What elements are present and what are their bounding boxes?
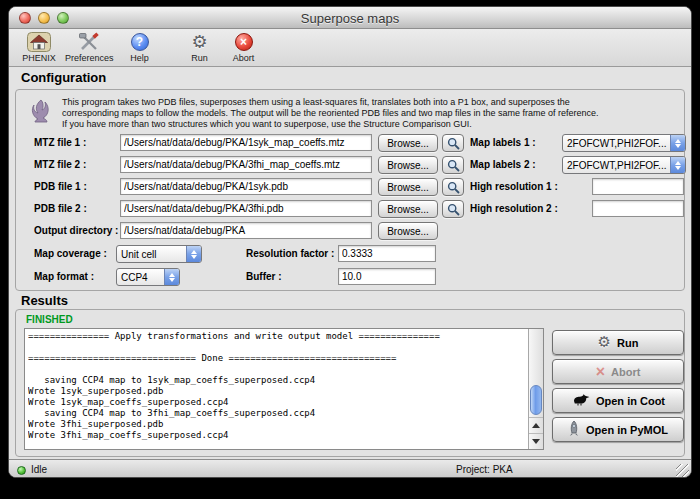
mtz-file-1-label: MTZ file 1 : xyxy=(34,134,86,152)
abort-icon: × xyxy=(235,31,253,52)
log-line: Wrote 1syk_superposed.pdb xyxy=(28,386,525,397)
buffer-label: Buffer : xyxy=(246,268,282,286)
output-directory-label: Output directory : xyxy=(34,222,118,240)
magnifier-icon xyxy=(447,203,460,216)
mtz-file-2-input[interactable] xyxy=(120,156,372,173)
magnifier-icon xyxy=(447,181,460,194)
results-groupbox: FINISHED =============== Apply transform… xyxy=(15,309,685,457)
open-in-pymol-button[interactable]: Open in PyMOL xyxy=(552,417,684,442)
toolbar-abort-button[interactable]: × Abort xyxy=(226,31,262,63)
map-coverage-value: Unit cell xyxy=(117,249,186,260)
log-line: =============== Apply transformations an… xyxy=(28,331,525,342)
map-format-select[interactable]: CCP4 xyxy=(116,268,180,286)
popup-arrows-icon xyxy=(670,135,685,151)
map-labels-1-label: Map labels 1 : xyxy=(470,134,536,152)
log-line: saving CCP4 map to 1syk_map_coeffs_super… xyxy=(28,375,525,386)
log-line: =============================== Done ===… xyxy=(28,353,525,364)
map-coverage-label: Map coverage : xyxy=(34,245,107,263)
log-console-text: =============== Apply transformations an… xyxy=(28,331,525,447)
mtz-file-1-search-icon-button[interactable] xyxy=(442,134,464,152)
toolbar-phenix-button[interactable]: PHENIX xyxy=(21,31,57,63)
scrollbar-thumb[interactable] xyxy=(530,385,542,415)
buffer-input[interactable] xyxy=(338,268,436,285)
toolbar-run-label: Run xyxy=(191,53,208,63)
configuration-heading: Configuration xyxy=(21,70,106,85)
mtz-file-2-browse-button[interactable]: Browse... xyxy=(378,156,438,174)
log-line xyxy=(28,364,525,375)
log-line: Wrote 3fhi_superposed.pdb xyxy=(28,419,525,430)
abort-button[interactable]: × Abort xyxy=(552,359,684,384)
log-console[interactable]: =============== Apply transformations an… xyxy=(24,328,544,450)
coot-bird-icon xyxy=(571,393,590,408)
map-labels-1-value: 2FOFCWT,PHI2FOF... xyxy=(563,138,670,149)
pdb-file-2-browse-button[interactable]: Browse... xyxy=(378,200,438,218)
pdb-file-1-browse-button[interactable]: Browse... xyxy=(378,178,438,196)
pymol-rocket-icon xyxy=(568,421,580,439)
map-format-value: CCP4 xyxy=(117,272,164,283)
abort-x-icon: × xyxy=(596,364,605,380)
mtz-file-1-browse-button[interactable]: Browse... xyxy=(378,134,438,152)
status-indicator-icon xyxy=(17,466,26,475)
mtz-file-2-search-icon-button[interactable] xyxy=(442,156,464,174)
mtz-file-1-input[interactable] xyxy=(120,134,372,151)
resolution-factor-label: Resolution factor : xyxy=(246,245,334,263)
pdb-file-2-search-icon-button[interactable] xyxy=(442,200,464,218)
map-labels-2-value: 2FOFCWT,PHI2FOF... xyxy=(563,160,670,171)
popup-arrows-icon xyxy=(670,157,685,173)
status-text: Idle xyxy=(31,464,47,475)
log-line: Wrote 3fhi_map_coeffs_superposed.ccp4 xyxy=(28,430,525,441)
map-labels-1-select[interactable]: 2FOFCWT,PHI2FOF... xyxy=(562,134,686,152)
description-line: This program takes two PDB files, superp… xyxy=(62,97,674,108)
toolbar-preferences-button[interactable]: Preferences xyxy=(65,31,114,63)
open-in-pymol-label: Open in PyMOL xyxy=(586,424,668,436)
project-label: Project: PKA xyxy=(456,464,513,475)
program-description: This program takes two PDB files, superp… xyxy=(62,97,674,130)
scroll-down-button[interactable] xyxy=(529,433,543,449)
pdb-file-1-input[interactable] xyxy=(120,178,372,195)
high-resolution-2-input[interactable] xyxy=(592,200,684,217)
abort-button-label: Abort xyxy=(611,366,640,378)
console-scrollbar[interactable] xyxy=(528,329,543,449)
toolbar-abort-label: Abort xyxy=(233,53,255,63)
superpose-maps-window: Superpose maps PHENIX xyxy=(8,6,692,478)
status-badge: FINISHED xyxy=(26,314,73,325)
phenix-home-icon xyxy=(27,31,51,52)
program-info-icon xyxy=(29,98,53,128)
run-button[interactable]: ⚙ Run xyxy=(552,330,684,355)
status-bar: Idle Project: PKA xyxy=(9,459,691,478)
open-in-coot-button[interactable]: Open in Coot xyxy=(552,388,684,413)
map-format-label: Map format : xyxy=(34,268,94,286)
resize-grip[interactable] xyxy=(676,464,689,477)
map-coverage-select[interactable]: Unit cell xyxy=(116,245,202,263)
toolbar: PHENIX Preferences ? Help ⚙ Run xyxy=(9,29,691,67)
minimize-button[interactable] xyxy=(38,12,50,24)
map-labels-2-select[interactable]: 2FOFCWT,PHI2FOF... xyxy=(562,156,686,174)
resolution-factor-input[interactable] xyxy=(338,245,436,262)
results-heading: Results xyxy=(21,293,68,308)
close-button[interactable] xyxy=(19,12,31,24)
popup-arrows-icon xyxy=(164,269,179,285)
toolbar-help-label: Help xyxy=(130,53,149,63)
scroll-up-button[interactable] xyxy=(529,417,543,433)
help-icon: ? xyxy=(131,31,149,52)
toolbar-help-button[interactable]: ? Help xyxy=(122,31,158,63)
toolbar-phenix-label: PHENIX xyxy=(22,53,56,63)
high-resolution-1-input[interactable] xyxy=(592,178,684,195)
configuration-groupbox: This program takes two PDB files, superp… xyxy=(15,89,685,291)
log-line xyxy=(28,342,525,353)
toolbar-run-button[interactable]: ⚙ Run xyxy=(182,31,218,63)
run-gear-icon: ⚙ xyxy=(191,31,207,52)
high-resolution-2-label: High resolution 2 : xyxy=(470,200,558,218)
output-directory-input[interactable] xyxy=(120,222,372,239)
toolbar-preferences-label: Preferences xyxy=(65,53,114,63)
preferences-tools-icon xyxy=(77,31,101,52)
zoom-button[interactable] xyxy=(57,12,69,24)
description-line: corresponding maps to follow the models.… xyxy=(62,108,674,119)
run-button-label: Run xyxy=(617,337,638,349)
pdb-file-2-input[interactable] xyxy=(120,200,372,217)
pdb-file-1-search-icon-button[interactable] xyxy=(442,178,464,196)
output-directory-browse-button[interactable]: Browse... xyxy=(378,222,438,240)
log-line: saving CCP4 map to 3fhi_map_coeffs_super… xyxy=(28,408,525,419)
title-bar[interactable]: Superpose maps xyxy=(9,7,691,29)
mtz-file-2-label: MTZ file 2 : xyxy=(34,156,86,174)
